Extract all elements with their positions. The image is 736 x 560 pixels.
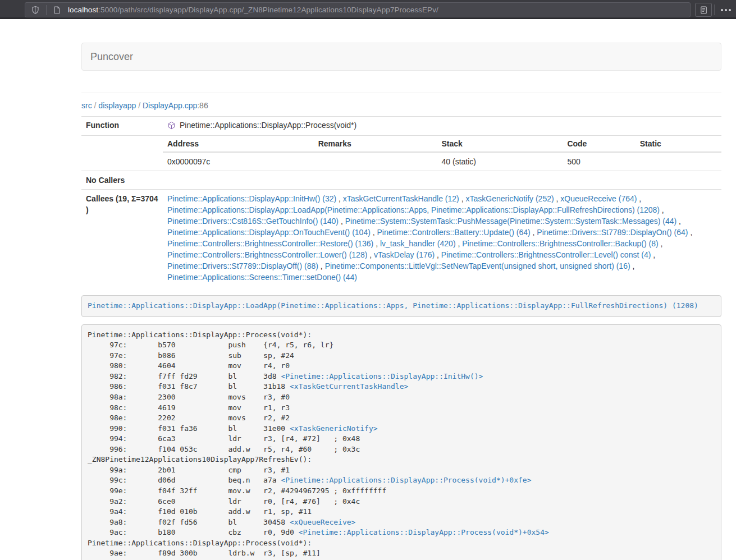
- callee-link[interactable]: Pinetime::Components::LittleVgl::SetNewT…: [325, 261, 630, 270]
- callee-link[interactable]: Pinetime::Drivers::Cst816S::GetTouchInfo…: [167, 217, 339, 226]
- code-value: 500: [563, 152, 635, 171]
- callee-separator: ,: [456, 239, 463, 248]
- disassembly-symbol-link[interactable]: <Pinetime::Applications::DisplayApp::Ini…: [281, 372, 483, 380]
- breadcrumb-link-0[interactable]: src: [81, 101, 92, 110]
- callee-link[interactable]: Pinetime::Drivers::St7789::DisplayOn() (…: [537, 228, 688, 237]
- callee-link[interactable]: xQueueReceive (764): [560, 194, 637, 203]
- details-value-row: 0x0000097c 40 (static) 500: [163, 152, 721, 171]
- no-callers-label: No Callers: [81, 171, 163, 190]
- overflow-menu-icon[interactable]: [718, 3, 734, 17]
- divider: [81, 93, 721, 93]
- disassembly-symbol-link[interactable]: <xTaskGetCurrentTaskHandle>: [290, 382, 408, 391]
- disassembly-symbol-link[interactable]: <xQueueReceive>: [290, 518, 355, 526]
- callee-link[interactable]: Pinetime::Applications::DisplayApp::Init…: [167, 194, 336, 203]
- static-value: [636, 152, 721, 171]
- callee-separator: ,: [371, 228, 377, 237]
- browser-toolbar: localhost:5000/path/src/displayapp/Displ…: [0, 0, 736, 19]
- highlighted-symbol-box: Pinetime::Applications::DisplayApp::Load…: [81, 295, 721, 317]
- no-callers-row: No Callers: [81, 171, 721, 190]
- callee-separator: ,: [660, 205, 664, 214]
- callee-separator: ,: [339, 217, 345, 226]
- details-table: Address Remarks Stack Code Static 0x0000…: [163, 136, 721, 171]
- breadcrumb-link-2[interactable]: DisplayApp.cpp: [143, 101, 197, 110]
- no-callers-cell: [163, 171, 721, 190]
- details-row: Address Remarks Stack Code Static 0x0000…: [81, 136, 721, 171]
- callee-separator: ,: [336, 194, 343, 203]
- breadcrumb-separator: /: [136, 101, 143, 110]
- address-value: 0x0000097c: [163, 152, 314, 171]
- column-remarks: Remarks: [314, 136, 437, 152]
- stack-value: 40 (static): [437, 152, 563, 171]
- callee-link[interactable]: Pinetime::Applications::DisplayApp::Load…: [167, 205, 660, 214]
- disassembly-symbol-link[interactable]: <Pinetime::Applications::DisplayApp::Pro…: [281, 476, 531, 484]
- callee-separator: ,: [373, 239, 380, 248]
- page-container: Puncover src / displayapp / DisplayApp.c…: [81, 43, 721, 560]
- callee-separator: ,: [637, 194, 641, 203]
- column-stack: Stack: [437, 136, 563, 152]
- function-row: Function Pinetime::Applications::Display…: [81, 117, 721, 136]
- highlighted-symbol-link[interactable]: Pinetime::Applications::DisplayApp::Load…: [88, 301, 698, 310]
- page-icon[interactable]: [53, 6, 61, 15]
- callee-link[interactable]: vTaskDelay (176): [374, 250, 435, 259]
- callee-link[interactable]: Pinetime::Applications::Screens::Timer::…: [167, 273, 357, 282]
- callee-separator: ,: [688, 228, 693, 237]
- callee-separator: ,: [318, 261, 325, 270]
- details-cell: Address Remarks Stack Code Static 0x0000…: [163, 136, 721, 171]
- reader-mode-icon[interactable]: [695, 3, 712, 17]
- function-name: Pinetime::Applications::DisplayApp::Proc…: [180, 121, 356, 130]
- url-host: localhost: [68, 6, 98, 14]
- toolbar-divider: [714, 4, 715, 15]
- function-name-cell: Pinetime::Applications::DisplayApp::Proc…: [163, 117, 721, 136]
- symbol-cube-icon: [167, 121, 176, 132]
- callee-separator: ,: [435, 250, 441, 259]
- callee-link[interactable]: Pinetime::System::SystemTask::PushMessag…: [345, 217, 677, 226]
- callee-link[interactable]: Pinetime::Applications::DisplayApp::OnTo…: [167, 228, 371, 237]
- callee-separator: ,: [459, 194, 466, 203]
- callees-list: Pinetime::Applications::DisplayApp::Init…: [163, 190, 721, 287]
- remarks-value: [314, 152, 437, 171]
- callee-link[interactable]: Pinetime::Drivers::St7789::DisplayOff() …: [167, 261, 318, 270]
- callee-separator: ,: [630, 261, 635, 270]
- callee-separator: ,: [367, 250, 374, 259]
- url-path: :5000/path/src/displayapp/DisplayApp.cpp…: [98, 6, 438, 14]
- breadcrumb: src / displayapp / DisplayApp.cpp:86: [81, 100, 721, 111]
- callee-link[interactable]: Pinetime::Controllers::BrightnessControl…: [167, 239, 373, 248]
- callee-separator: ,: [531, 228, 537, 237]
- function-label: Function: [81, 117, 163, 136]
- callee-separator: ,: [676, 217, 681, 226]
- breadcrumb-link-1[interactable]: displayapp: [98, 101, 136, 110]
- callee-separator: ,: [554, 194, 561, 203]
- column-address: Address: [163, 136, 314, 152]
- callee-separator: ,: [651, 250, 655, 259]
- url-text: localhost:5000/path/src/displayapp/Displ…: [68, 6, 438, 14]
- callee-link[interactable]: Pinetime::Controllers::BrightnessControl…: [462, 239, 658, 248]
- callee-link[interactable]: xTaskGetCurrentTaskHandle (12): [343, 194, 459, 203]
- column-static: Static: [636, 136, 721, 152]
- function-table: Function Pinetime::Applications::Display…: [81, 116, 721, 286]
- brand-link[interactable]: Puncover: [90, 51, 133, 63]
- breadcrumb-line-number: :86: [197, 101, 208, 110]
- disassembly-code: Pinetime::Applications::DisplayApp::Proc…: [81, 324, 721, 560]
- navbar: Puncover: [81, 43, 721, 71]
- callee-separator: ,: [659, 239, 663, 248]
- callee-link[interactable]: Pinetime::Controllers::Battery::Update()…: [377, 228, 531, 237]
- disassembly-symbol-link[interactable]: <Pinetime::Applications::DisplayApp::Pro…: [299, 528, 549, 536]
- callee-link[interactable]: Pinetime::Controllers::BrightnessControl…: [167, 250, 367, 259]
- url-bar[interactable]: localhost:5000/path/src/displayapp/Displ…: [25, 2, 691, 17]
- breadcrumb-separator: /: [92, 101, 99, 110]
- disassembly-symbol-link[interactable]: <xTaskGenericNotify>: [290, 424, 378, 433]
- shield-icon[interactable]: [31, 6, 40, 15]
- details-header-row: Address Remarks Stack Code Static: [163, 136, 721, 152]
- url-bar-divider: [46, 5, 47, 15]
- callee-link[interactable]: Pinetime::Controllers::BrightnessControl…: [441, 250, 651, 259]
- callee-link[interactable]: xTaskGenericNotify (252): [465, 194, 554, 203]
- column-code: Code: [563, 136, 635, 152]
- callees-row: Callees (19, Σ=3704 ) Pinetime::Applicat…: [81, 190, 721, 287]
- callee-link[interactable]: lv_task_handler (420): [380, 239, 456, 248]
- details-label-empty: [81, 136, 163, 171]
- callees-label: Callees (19, Σ=3704 ): [81, 190, 163, 287]
